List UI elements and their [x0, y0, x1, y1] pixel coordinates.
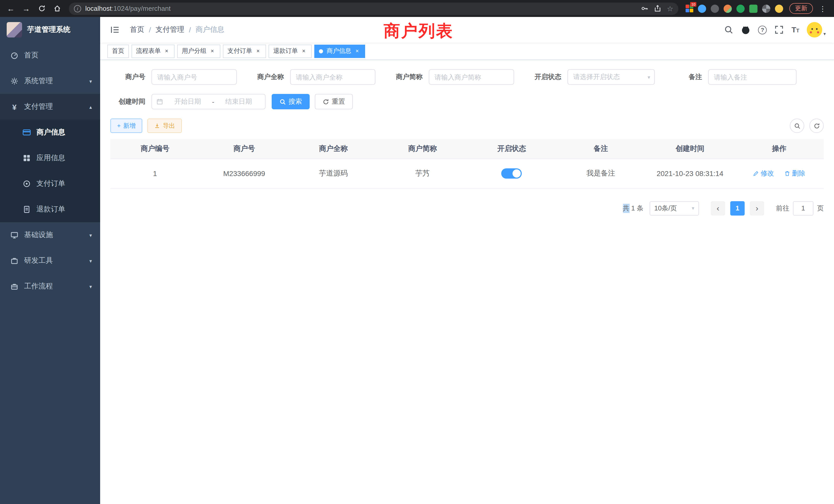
extension-orange-icon[interactable]: [724, 4, 732, 13]
edit-link[interactable]: 修改: [753, 169, 774, 178]
tab-pay-order[interactable]: 支付订单×: [223, 44, 266, 58]
filter-label: 商户号: [110, 72, 145, 82]
sidebar-item-payment[interactable]: ¥ 支付管理 ▴: [0, 94, 100, 120]
page-size-select[interactable]: 10条/页 ▾: [650, 201, 699, 215]
hamburger-icon[interactable]: [108, 26, 122, 34]
extension-drop-icon[interactable]: [698, 4, 706, 13]
sidebar-item-refund-order[interactable]: 退款订单: [0, 197, 100, 222]
breadcrumb-payment[interactable]: 支付管理: [156, 25, 184, 35]
prev-page-button[interactable]: ‹: [711, 201, 725, 215]
browser-update-button[interactable]: 更新: [789, 3, 813, 14]
close-icon[interactable]: ×: [209, 48, 216, 54]
add-button[interactable]: + 新增: [110, 118, 142, 133]
grid-tile: [686, 5, 689, 8]
close-icon[interactable]: ×: [301, 48, 307, 54]
extension-green-square-icon[interactable]: [749, 4, 758, 13]
grid-tile: [686, 9, 689, 12]
sidebar-item-label: 退款订单: [37, 205, 65, 214]
show-search-toggle-button[interactable]: [790, 118, 804, 133]
export-button[interactable]: 导出: [147, 118, 182, 133]
status-select[interactable]: 请选择开启状态 ▾: [568, 69, 655, 85]
bookmark-star-icon[interactable]: ☆: [667, 5, 673, 12]
merchant-no-input[interactable]: [152, 69, 237, 85]
browser-home-button[interactable]: [50, 2, 64, 15]
search-icon: [279, 98, 286, 105]
top-navbar: 首页 / 支付管理 / 商户信息 商户列表 ? TT ▾: [100, 17, 834, 43]
pikachu-avatar: [807, 22, 822, 38]
extension-pinwheel-icon[interactable]: [762, 4, 770, 13]
full-name-input[interactable]: [290, 69, 375, 85]
sidebar-item-dev-tools[interactable]: 研发工具 ▾: [0, 248, 100, 274]
extension-green-circle-icon[interactable]: [737, 4, 745, 13]
sidebar-item-label: 支付管理: [24, 102, 53, 111]
extension-dark-icon[interactable]: [711, 4, 719, 13]
github-icon[interactable]: [741, 25, 750, 35]
sidebar-item-system[interactable]: 系统管理 ▾: [0, 68, 100, 94]
page-jumper: 前往 页: [776, 201, 824, 215]
share-icon[interactable]: [654, 5, 662, 12]
filter-label: 开启状态: [526, 72, 561, 82]
browser-back-button[interactable]: ←: [4, 2, 18, 15]
tab-home[interactable]: 首页: [107, 44, 129, 58]
start-date-placeholder: 开始日期: [166, 97, 210, 106]
user-avatar[interactable]: ▾: [807, 22, 826, 38]
short-name-input[interactable]: [429, 69, 514, 85]
create-time-range-picker[interactable]: 开始日期 - 结束日期: [152, 94, 265, 109]
address-bar[interactable]: i localhost:1024/pay/merchant ☆: [69, 2, 678, 15]
delete-label: 删除: [792, 169, 805, 178]
goto-prefix: 前往: [776, 204, 789, 213]
omnibox-actions: ☆: [641, 5, 673, 12]
browser-menu-icon[interactable]: ⋮: [817, 4, 828, 13]
filter-status: 开启状态 请选择开启状态 ▾: [526, 69, 655, 85]
status-toggle[interactable]: [502, 168, 522, 179]
browser-profile-avatar[interactable]: [775, 4, 783, 13]
extension-grid-icon[interactable]: 10: [686, 5, 693, 12]
tab-merchant-info[interactable]: 商户信息×: [314, 44, 365, 58]
app-logo[interactable]: 芋道管理系统: [0, 17, 100, 43]
close-icon[interactable]: ×: [354, 48, 360, 54]
key-icon[interactable]: [641, 5, 649, 12]
goto-suffix: 页: [817, 204, 824, 213]
tab-label: 退款订单: [273, 47, 298, 55]
sidebar-item-workflow[interactable]: 工作流程 ▾: [0, 274, 100, 299]
chevron-down-icon: ▾: [89, 232, 92, 238]
delete-link[interactable]: 删除: [784, 169, 805, 178]
page-1-button[interactable]: 1: [730, 201, 745, 215]
next-page-button[interactable]: ›: [750, 201, 764, 215]
filter-full-name: 商户全称: [249, 69, 375, 85]
sidebar-item-home[interactable]: 首页: [0, 43, 100, 68]
reload-icon: [38, 5, 45, 12]
breadcrumb-home[interactable]: 首页: [130, 25, 144, 35]
sidebar-item-pay-order[interactable]: 支付订单: [0, 171, 100, 197]
sidebar-item-merchant-info[interactable]: 商户信息: [0, 120, 100, 145]
page-info-icon[interactable]: i: [74, 5, 81, 12]
remark-input[interactable]: [708, 69, 796, 85]
download-icon: [154, 123, 160, 129]
search-icon[interactable]: [724, 25, 733, 35]
browser-forward-button[interactable]: →: [20, 2, 33, 15]
goto-page-input[interactable]: [793, 201, 813, 215]
tab-refund-order[interactable]: 退款订单×: [269, 44, 312, 58]
cell-remark: 我是备注: [556, 159, 645, 188]
col-status: 开启状态: [467, 139, 556, 159]
tab-process-form[interactable]: 流程表单×: [131, 44, 175, 58]
fullscreen-icon[interactable]: [774, 25, 784, 35]
font-size-icon[interactable]: TT: [791, 26, 799, 34]
tab-user-group[interactable]: 用户分组×: [177, 44, 220, 58]
help-icon[interactable]: ?: [758, 25, 767, 34]
sidebar: 芋道管理系统 首页 系统管理 ▾ ¥ 支付管理 ▴ 商户信息: [0, 17, 100, 504]
calendar-icon: [156, 98, 163, 105]
close-icon[interactable]: ×: [255, 48, 261, 54]
breadcrumb-current: 商户信息: [196, 25, 224, 35]
sidebar-item-infrastructure[interactable]: 基础设施 ▾: [0, 222, 100, 248]
reset-button[interactable]: 重置: [315, 94, 353, 109]
sidebar-item-app-info[interactable]: 应用信息: [0, 145, 100, 171]
col-short-name: 商户简称: [378, 139, 467, 159]
chevron-down-icon: ▾: [89, 78, 92, 84]
close-icon[interactable]: ×: [163, 48, 170, 54]
refresh-table-button[interactable]: [809, 118, 824, 133]
browser-reload-button[interactable]: [35, 2, 48, 15]
filter-row-2: 创建时间 开始日期 - 结束日期 搜索 重置: [110, 94, 824, 109]
document-icon: [23, 205, 31, 213]
search-button[interactable]: 搜索: [272, 94, 310, 109]
